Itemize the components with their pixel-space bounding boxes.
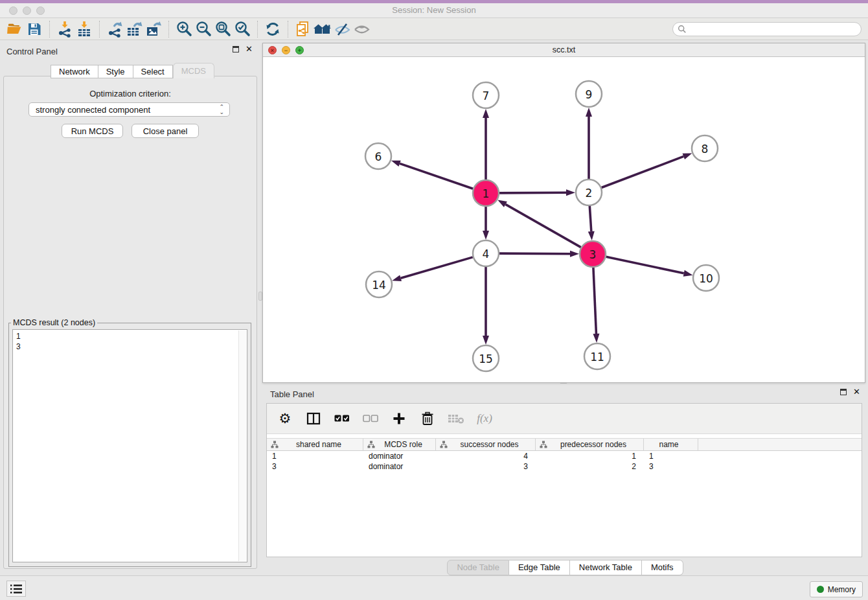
- tab-network-table[interactable]: Network Table: [570, 560, 642, 575]
- graph-edge[interactable]: [401, 257, 473, 278]
- table-settings-button[interactable]: ⚙: [276, 410, 294, 428]
- graph-edge[interactable]: [505, 204, 580, 247]
- function-builder-button[interactable]: f(x): [475, 410, 494, 428]
- close-panel-button[interactable]: Close panel: [131, 124, 199, 138]
- column-header-mcds-role[interactable]: MCDS role: [363, 439, 436, 450]
- search-field[interactable]: [672, 22, 862, 36]
- column-header-name[interactable]: name: [644, 439, 698, 450]
- float-table-panel-icon[interactable]: [840, 389, 847, 395]
- run-mcds-button[interactable]: Run MCDS: [62, 124, 123, 138]
- control-panel-tabs: Network Style Select MCDS: [51, 63, 214, 78]
- export-table-button[interactable]: [124, 20, 144, 38]
- tab-style[interactable]: Style: [98, 65, 133, 78]
- destroy-table-button[interactable]: [447, 410, 465, 428]
- show-panels-button[interactable]: [352, 20, 371, 38]
- hierarchy-icon: [367, 441, 375, 448]
- memory-button[interactable]: Memory: [810, 581, 863, 597]
- select-all-button[interactable]: [333, 410, 351, 428]
- graph-edge[interactable]: [499, 253, 570, 254]
- graph-edge-arrowhead: [586, 108, 592, 117]
- refresh-icon: [264, 21, 281, 38]
- graph-edge-arrowhead: [483, 336, 489, 345]
- close-table-panel-icon[interactable]: ✕: [853, 389, 860, 395]
- cell-shared-name: 3: [267, 462, 363, 472]
- open-session-button[interactable]: [5, 20, 25, 38]
- import-table-button[interactable]: [74, 20, 94, 38]
- criterion-value: strongly connected component: [36, 105, 150, 115]
- graph-edge-arrowhead: [570, 251, 579, 257]
- column-header-successor-nodes[interactable]: successor nodes: [436, 439, 536, 450]
- graph-edge[interactable]: [606, 257, 684, 273]
- cell-predecessor-nodes: 1: [536, 452, 644, 462]
- float-panel-icon[interactable]: [233, 46, 239, 52]
- table-row[interactable]: 3 dominator 3 2 3: [267, 462, 862, 472]
- share-session-button[interactable]: [293, 20, 313, 38]
- graph-edge[interactable]: [400, 163, 473, 189]
- graph-edge-arrowhead: [483, 109, 489, 118]
- deselect-all-button[interactable]: [361, 410, 380, 428]
- result-scrollbar[interactable]: [238, 330, 246, 561]
- import-network-button[interactable]: [55, 20, 74, 38]
- result-line: 1: [16, 331, 247, 341]
- cell-mcds-role: dominator: [363, 462, 436, 472]
- graph-node-label: 2: [586, 187, 593, 200]
- cell-successor-nodes: 3: [436, 462, 536, 472]
- network-window-titlebar[interactable]: × − + scc.txt: [263, 43, 865, 57]
- search-input[interactable]: [687, 23, 861, 35]
- dropdown-stepper-icon: ⌃⌄: [219, 104, 224, 115]
- graph-node-label: 14: [372, 279, 386, 292]
- network-view-title: scc.txt: [263, 45, 865, 54]
- graph-node-label: 3: [589, 248, 597, 261]
- export-network-button[interactable]: [105, 20, 124, 38]
- zoom-selected-button[interactable]: [233, 20, 252, 38]
- graph-edge-arrowhead: [683, 270, 693, 277]
- unchecked-boxes-icon: [363, 415, 378, 422]
- hide-panels-button[interactable]: [332, 20, 352, 38]
- graph-edge[interactable]: [602, 156, 684, 187]
- graph-edge[interactable]: [589, 206, 591, 231]
- gear-icon: ⚙: [279, 411, 291, 426]
- graph-node-label: 1: [483, 187, 490, 200]
- graph-edge[interactable]: [593, 268, 597, 334]
- table-panel-header: Table Panel ✕: [262, 387, 868, 404]
- tab-edge-table[interactable]: Edge Table: [509, 560, 570, 575]
- save-session-button[interactable]: [25, 20, 44, 38]
- network-graph[interactable]: 7968124314101511: [263, 57, 865, 382]
- zoom-fit-content-button[interactable]: [213, 20, 233, 38]
- close-panel-icon[interactable]: ✕: [246, 46, 253, 52]
- toolbar-separator: [257, 21, 258, 38]
- mcds-result-text[interactable]: 1 3: [12, 329, 247, 562]
- graph-edge-arrowhead: [392, 275, 402, 281]
- cell-name: 1: [644, 452, 698, 462]
- task-history-button[interactable]: [6, 581, 26, 597]
- tab-select[interactable]: Select: [133, 65, 173, 78]
- toolbar-separator: [49, 21, 50, 38]
- tab-motifs[interactable]: Motifs: [642, 560, 683, 575]
- column-header-predecessor-nodes[interactable]: predecessor nodes: [536, 439, 644, 450]
- result-line: 3: [16, 341, 247, 352]
- criterion-dropdown[interactable]: strongly connected component ⌃⌄: [29, 102, 230, 117]
- reset-layout-button[interactable]: [313, 20, 332, 38]
- cell-successor-nodes: 4: [436, 452, 536, 462]
- network-canvas[interactable]: 7968124314101511: [263, 57, 865, 382]
- tab-mcds[interactable]: MCDS: [173, 63, 214, 78]
- eye-icon: [353, 21, 371, 37]
- split-view-button[interactable]: [304, 410, 323, 428]
- delete-row-button[interactable]: [418, 410, 437, 428]
- zoom-in-button[interactable]: [174, 20, 194, 38]
- session-title: Session: New Session: [0, 5, 868, 15]
- export-table-icon: [126, 21, 143, 38]
- homes-icon: [313, 21, 332, 37]
- cell-mcds-role: dominator: [363, 452, 436, 462]
- add-row-button[interactable]: [390, 410, 408, 428]
- export-image-button[interactable]: [144, 20, 163, 38]
- status-bar: Memory: [0, 575, 868, 600]
- zoom-out-button[interactable]: [194, 20, 213, 38]
- table-row[interactable]: 1 dominator 4 1 1: [267, 452, 862, 462]
- graph-edge[interactable]: [499, 192, 566, 193]
- save-disk-icon: [27, 21, 42, 37]
- refresh-styles-button[interactable]: [263, 20, 282, 38]
- tab-node-table[interactable]: Node Table: [447, 560, 509, 575]
- column-header-shared-name[interactable]: shared name: [267, 439, 363, 450]
- tab-network[interactable]: Network: [51, 65, 98, 78]
